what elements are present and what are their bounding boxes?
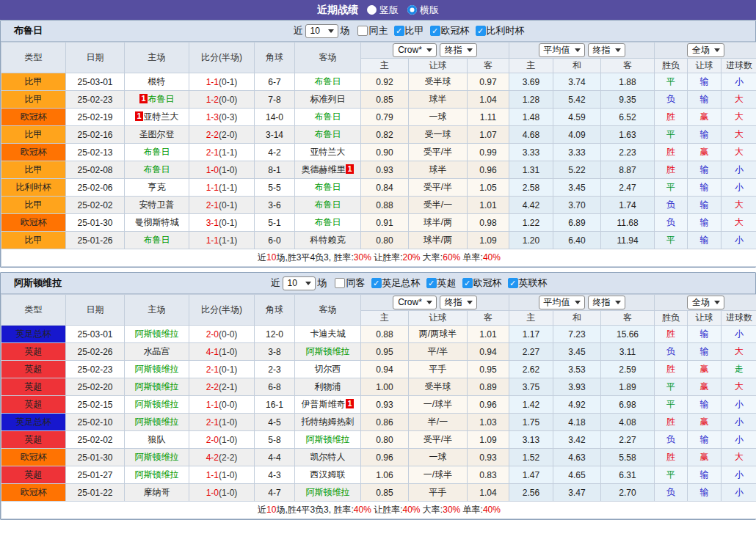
league-filter-checkbox[interactable]: 英超 <box>426 276 457 290</box>
match-row: 欧冠杯25-02-191亚特兰大1-3(0-3)14-0布鲁日0.79一球1.1… <box>1 109 756 126</box>
handicap-home-odds: 0.91 <box>361 214 409 232</box>
result-handicap: 赢 <box>688 109 722 126</box>
league-badge: 英超 <box>1 431 66 449</box>
result-handicap: 输 <box>688 343 722 361</box>
corner-score: 4-7 <box>255 484 295 502</box>
away-team-cell: 布鲁日 <box>295 214 361 232</box>
column-header: 比分(半场) <box>189 43 255 73</box>
result-goals: 小 <box>722 484 756 502</box>
result-goals: 小 <box>722 466 756 484</box>
league-badge: 英超 <box>1 396 66 414</box>
halftime-score: (1-0) <box>219 488 237 498</box>
away-team-cell: 卡迪夫城 <box>295 326 361 343</box>
recent-count-select[interactable]: 10 <box>283 276 316 290</box>
page-title: 近期战绩 <box>317 4 358 17</box>
handicap-away-odds: 0.93 <box>468 449 509 466</box>
handicap-home-odds: 0.86 <box>361 414 409 431</box>
avg-draw-odds: 4.63 <box>553 449 601 466</box>
avg-stage-select[interactable]: 终指 <box>588 43 625 57</box>
odds-source-select[interactable]: Crow* <box>393 43 437 57</box>
avg-source-select[interactable]: 平均值 <box>539 296 585 309</box>
avg-draw-odds: 4.59 <box>553 109 601 126</box>
away-team-cell: 托特纳姆热刺 <box>295 414 361 431</box>
away-team-cell: 奥德赫维里1 <box>295 161 361 179</box>
column-subheader: 主 <box>509 59 553 73</box>
avg-away-odds: 2.59 <box>601 361 655 378</box>
avg-draw-odds: 4.65 <box>553 466 601 484</box>
avg-source-select[interactable]: 平均值 <box>539 43 585 57</box>
match-row: 比甲25-02-16圣图尔登2-2(2-0)3-14布鲁日0.82受一球1.07… <box>1 126 756 144</box>
match-score-cell: 2-1(0-1) <box>189 197 255 214</box>
handicap-home-odds: 0.96 <box>361 449 409 466</box>
chevron-down-icon <box>575 301 581 304</box>
league-badge: 比甲 <box>1 232 66 249</box>
odds-stage-select[interactable]: 终指 <box>440 296 477 309</box>
corner-score: 5-8 <box>255 431 295 449</box>
avg-away-odds: 2.70 <box>601 484 655 502</box>
league-filter-checkbox[interactable]: 比利时杯 <box>476 24 525 37</box>
league-filter-checkbox[interactable]: 比甲 <box>394 24 424 37</box>
league-filter-checkbox[interactable]: 欧冠杯 <box>462 276 502 290</box>
near-label: 近 <box>294 24 303 37</box>
match-score-cell: 4-1(1-0) <box>189 343 255 361</box>
away-team-name: 托特纳姆热刺 <box>302 417 355 427</box>
home-team-cell: 布鲁日 <box>125 161 189 179</box>
home-team-cell: 阿斯顿维拉 <box>125 449 189 466</box>
chevron-down-icon <box>615 48 621 52</box>
corner-score: 5-1 <box>255 214 295 232</box>
radio-horizontal-layout[interactable]: 横版 <box>407 4 439 17</box>
league-badge: 比利时杯 <box>1 179 66 197</box>
odds-stage-select[interactable]: 终指 <box>440 43 477 57</box>
match-date: 25-02-02 <box>66 197 125 214</box>
fulltime-score: 4-1 <box>206 347 219 357</box>
recent-count-select[interactable]: 10 <box>305 24 338 38</box>
scope-select[interactable]: 全场 <box>687 43 724 57</box>
league-filter-checkbox[interactable]: 英足总杯 <box>371 276 421 290</box>
handicap-line: 球半/两 <box>409 232 468 249</box>
team-sections-container: 布鲁日近10场同主比甲欧冠杯比利时杯类型日期主场比分(半场)角球客场Crow*终… <box>0 20 756 520</box>
column-header: 日期 <box>66 43 125 73</box>
scope-select[interactable]: 全场 <box>687 296 724 309</box>
avg-draw-odds: 4.18 <box>553 414 601 431</box>
same-venue-checkbox[interactable]: 同客 <box>335 276 366 290</box>
odds-source-select[interactable]: Crow* <box>393 296 437 309</box>
avg-draw-odds: 7.23 <box>553 326 601 343</box>
handicap-away-odds: 0.94 <box>468 343 509 361</box>
away-team-cell: 切尔西 <box>295 361 361 378</box>
away-team-name: 布鲁日 <box>315 76 341 87</box>
chevron-down-icon <box>714 301 720 304</box>
fulltime-score: 2-1 <box>206 200 219 210</box>
handicap-line: 球半/两 <box>409 214 468 232</box>
league-filter-checkbox[interactable]: 英联杯 <box>508 276 548 290</box>
result-outcome: 平 <box>655 73 688 91</box>
handicap-away-odds: 0.95 <box>468 361 509 378</box>
halftime-score: (1-1) <box>219 235 237 246</box>
summary-row: 近10场,胜3平4负3, 胜率:30% 让胜率:20% 大率:60% 单率:40… <box>1 249 756 267</box>
away-team-name: 科特赖克 <box>310 235 346 245</box>
radio-vertical-layout[interactable]: 竖版 <box>367 4 399 17</box>
handicap-away-odds: 1.09 <box>468 232 509 249</box>
avg-away-odds: 15.66 <box>601 326 655 343</box>
avg-home-odds: 2.62 <box>509 361 553 378</box>
result-handicap: 输 <box>688 484 722 502</box>
checkbox-label: 欧冠杯 <box>473 276 502 290</box>
match-score-cell: 2-1(0-1) <box>189 361 255 378</box>
team-results-section: 布鲁日近10场同主比甲欧冠杯比利时杯类型日期主场比分(半场)角球客场Crow*终… <box>0 20 756 268</box>
avg-away-odds: 1.88 <box>601 73 655 91</box>
avg-stage-select[interactable]: 终指 <box>588 296 625 309</box>
avg-away-odds: 5.58 <box>601 449 655 466</box>
column-subheader: 客 <box>601 59 655 73</box>
same-venue-checkbox[interactable]: 同主 <box>357 24 388 37</box>
home-team-name: 布鲁日 <box>144 147 170 157</box>
result-goals: 小 <box>722 161 756 179</box>
league-filter-checkbox[interactable]: 欧冠杯 <box>430 24 470 37</box>
select-value: 10 <box>288 278 297 288</box>
away-team-name: 布鲁日 <box>315 182 341 192</box>
away-team-name: 布鲁日 <box>315 199 341 210</box>
match-date: 25-02-16 <box>66 126 125 144</box>
checkbox-label: 英联杯 <box>519 276 548 290</box>
away-team-cell: 阿斯顿维拉 <box>295 484 361 502</box>
away-team-name: 阿斯顿维拉 <box>306 487 350 497</box>
match-row: 比甲25-01-26布鲁日1-1(1-1)6-0科特赖克0.80球半/两1.09… <box>1 232 756 249</box>
match-row: 英超25-02-26水晶宫4-1(1-0)3-8阿斯顿维拉0.95平/半0.94… <box>1 343 756 361</box>
